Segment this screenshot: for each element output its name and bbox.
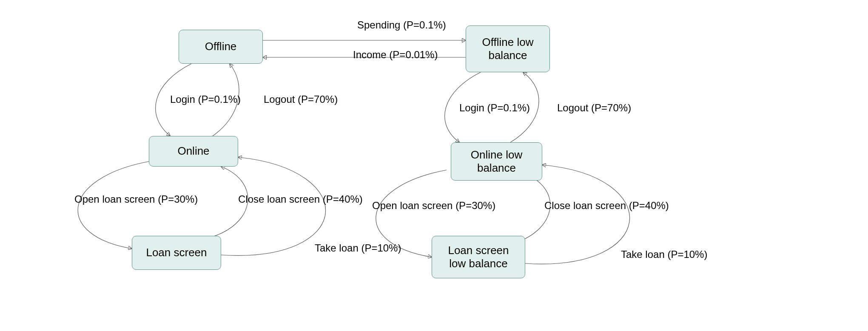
label-logout-right: Logout (P=70%) bbox=[557, 102, 631, 114]
edge-take-loan-left bbox=[221, 157, 326, 255]
label-open-loan-left: Open loan screen (P=30%) bbox=[74, 193, 198, 205]
state-loan-screen-low-balance: Loan screenlow balance bbox=[432, 236, 525, 278]
edge-take-loan-right bbox=[525, 165, 630, 264]
state-offline: Offline bbox=[179, 30, 263, 64]
label-take-loan-right: Take loan (P=10%) bbox=[621, 249, 707, 260]
label-logout-left: Logout (P=70%) bbox=[264, 93, 338, 105]
state-online: Online bbox=[149, 136, 238, 167]
label-open-loan-right: Open loan screen (P=30%) bbox=[372, 200, 495, 212]
state-online-low-balance: Online lowbalance bbox=[451, 142, 542, 181]
label-login-right: Login (P=0.1%) bbox=[459, 102, 530, 114]
label-spending: Spending (P=0.1%) bbox=[357, 19, 446, 31]
label-income: Income (P=0.01%) bbox=[353, 49, 438, 61]
state-loan-screen: Loan screen bbox=[132, 236, 221, 270]
label-login-left: Login (P=0.1%) bbox=[170, 93, 241, 105]
label-close-loan-right: Close loan screen (P=40%) bbox=[544, 200, 669, 212]
state-offline-low-balance: Offline lowbalance bbox=[466, 25, 550, 72]
label-take-loan-left: Take loan (P=10%) bbox=[315, 242, 401, 254]
label-close-loan-left: Close loan screen (P=40%) bbox=[238, 193, 363, 205]
state-diagram: Offline Offline lowbalance Online Online… bbox=[0, 0, 868, 331]
